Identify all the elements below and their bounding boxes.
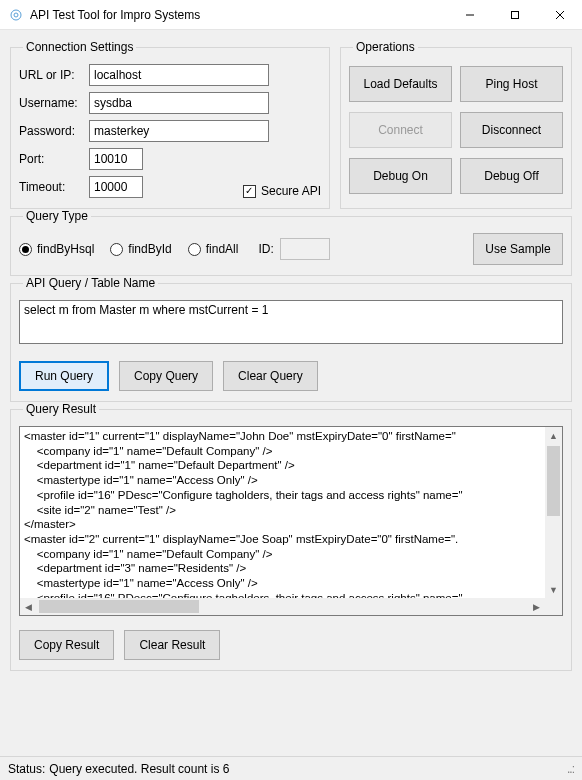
query-result-legend: Query Result bbox=[23, 402, 99, 416]
clear-query-button[interactable]: Clear Query bbox=[223, 361, 318, 391]
radio-findall[interactable]: findAll bbox=[188, 242, 239, 256]
connect-button: Connect bbox=[349, 112, 452, 148]
radio-findbyhsql-label: findByHsql bbox=[37, 242, 94, 256]
url-input[interactable] bbox=[89, 64, 269, 86]
debug-on-button[interactable]: Debug On bbox=[349, 158, 452, 194]
minimize-button[interactable] bbox=[447, 0, 492, 29]
query-result-content: <master id="1" current="1" displayName="… bbox=[20, 427, 545, 598]
load-defaults-button[interactable]: Load Defaults bbox=[349, 66, 452, 102]
username-input[interactable] bbox=[89, 92, 269, 114]
scroll-corner bbox=[545, 598, 562, 615]
password-input[interactable] bbox=[89, 120, 269, 142]
timeout-input[interactable] bbox=[89, 176, 143, 198]
debug-off-button[interactable]: Debug Off bbox=[460, 158, 563, 194]
api-query-group: API Query / Table Name select m from Mas… bbox=[10, 276, 572, 402]
query-type-legend: Query Type bbox=[23, 209, 91, 223]
disconnect-button[interactable]: Disconnect bbox=[460, 112, 563, 148]
secure-api-label: Secure API bbox=[261, 184, 321, 198]
radio-findbyhsql[interactable]: findByHsql bbox=[19, 242, 94, 256]
radio-findbyid[interactable]: findById bbox=[110, 242, 171, 256]
radio-findall-label: findAll bbox=[206, 242, 239, 256]
resize-grip-icon[interactable]: ..: bbox=[567, 762, 574, 776]
horizontal-scroll-thumb[interactable] bbox=[39, 600, 199, 613]
api-query-textarea[interactable]: select m from Master m where mstCurrent … bbox=[19, 300, 563, 344]
operations-group: Operations Load Defaults Ping Host Conne… bbox=[340, 40, 572, 209]
username-label: Username: bbox=[19, 96, 89, 110]
radio-icon bbox=[110, 243, 123, 256]
copy-query-button[interactable]: Copy Query bbox=[119, 361, 213, 391]
scroll-down-icon[interactable]: ▼ bbox=[545, 581, 562, 598]
status-label: Status: bbox=[8, 762, 45, 776]
api-query-legend: API Query / Table Name bbox=[23, 276, 158, 290]
port-label: Port: bbox=[19, 152, 89, 166]
close-button[interactable] bbox=[537, 0, 582, 29]
scroll-left-icon[interactable]: ◀ bbox=[20, 598, 37, 615]
clear-result-button[interactable]: Clear Result bbox=[124, 630, 220, 660]
timeout-label: Timeout: bbox=[19, 180, 89, 194]
svg-rect-3 bbox=[511, 11, 518, 18]
svg-point-1 bbox=[14, 13, 18, 17]
svg-point-0 bbox=[11, 10, 21, 20]
checkbox-icon: ✓ bbox=[243, 185, 256, 198]
vertical-scrollbar[interactable]: ▲ ▼ bbox=[545, 427, 562, 598]
radio-findbyid-label: findById bbox=[128, 242, 171, 256]
statusbar: Status: Query executed. Result count is … bbox=[0, 756, 582, 780]
app-icon bbox=[8, 7, 24, 23]
maximize-button[interactable] bbox=[492, 0, 537, 29]
window-title: API Test Tool for Impro Systems bbox=[30, 8, 447, 22]
radio-icon bbox=[188, 243, 201, 256]
id-label: ID: bbox=[258, 242, 273, 256]
vertical-scroll-thumb[interactable] bbox=[547, 446, 560, 516]
id-input bbox=[280, 238, 330, 260]
port-input[interactable] bbox=[89, 148, 143, 170]
titlebar: API Test Tool for Impro Systems bbox=[0, 0, 582, 30]
scroll-right-icon[interactable]: ▶ bbox=[528, 598, 545, 615]
scroll-up-icon[interactable]: ▲ bbox=[545, 427, 562, 444]
secure-api-checkbox[interactable]: ✓ Secure API bbox=[243, 184, 321, 198]
window-controls bbox=[447, 0, 582, 29]
ping-host-button[interactable]: Ping Host bbox=[460, 66, 563, 102]
query-type-group: Query Type findByHsql findById findAll I… bbox=[10, 209, 572, 276]
url-label: URL or IP: bbox=[19, 68, 89, 82]
copy-result-button[interactable]: Copy Result bbox=[19, 630, 114, 660]
status-text: Query executed. Result count is 6 bbox=[49, 762, 229, 776]
query-result-group: Query Result <master id="1" current="1" … bbox=[10, 402, 572, 671]
run-query-button[interactable]: Run Query bbox=[19, 361, 109, 391]
horizontal-scrollbar[interactable]: ◀ ▶ bbox=[20, 598, 545, 615]
use-sample-button[interactable]: Use Sample bbox=[473, 233, 563, 265]
radio-icon bbox=[19, 243, 32, 256]
connection-settings-group: Connection Settings URL or IP: Username:… bbox=[10, 40, 330, 209]
query-result-box[interactable]: <master id="1" current="1" displayName="… bbox=[19, 426, 563, 616]
connection-settings-legend: Connection Settings bbox=[23, 40, 136, 54]
password-label: Password: bbox=[19, 124, 89, 138]
operations-legend: Operations bbox=[353, 40, 418, 54]
